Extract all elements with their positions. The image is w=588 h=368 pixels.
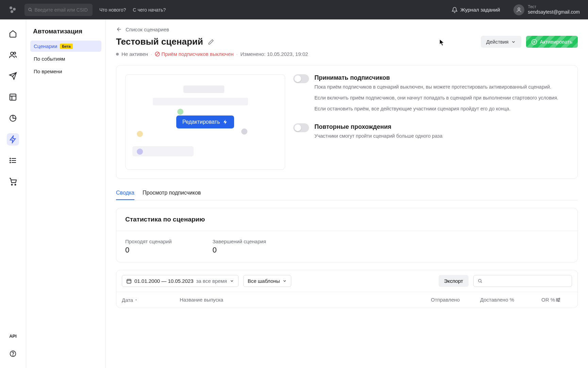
user-label: Тест	[528, 4, 580, 9]
no-entry-icon	[155, 51, 160, 57]
breadcrumb-back[interactable]: Список сценариев	[116, 26, 578, 32]
col-delivered[interactable]: Доставлено %	[460, 297, 514, 303]
toggle-settings: Принимать подписчиков Пока приём подписч…	[293, 74, 569, 170]
sidebar-item-label: По времени	[34, 68, 62, 74]
status-bar: Не активен · Приём подписчиков выключен …	[116, 51, 578, 57]
sidebar-title: Автоматизация	[30, 28, 101, 41]
logo[interactable]	[8, 5, 18, 15]
main-content: Список сценариев Тестовый сценарий Дейст…	[106, 19, 588, 368]
svg-point-7	[14, 52, 16, 54]
nav-api[interactable]: API	[9, 334, 17, 339]
svg-point-15	[10, 160, 11, 161]
cart-icon	[9, 178, 17, 186]
content-tabs: Сводка Просмотр подписчиков	[116, 186, 578, 200]
templates-dropdown[interactable]: Все шаблоны	[243, 275, 292, 287]
whats-new-link[interactable]: Что нового?	[99, 7, 126, 13]
svg-point-1	[13, 8, 16, 11]
nav-reports[interactable]	[7, 112, 19, 124]
table-header-row: Дата Название выпуска Отправлено Доставл…	[116, 292, 577, 308]
sidebar-item-label: По событиям	[34, 56, 65, 62]
svg-point-6	[11, 52, 13, 55]
svg-point-14	[10, 158, 11, 159]
search-icon	[478, 278, 483, 283]
col-sent[interactable]: Отправлено	[415, 297, 460, 303]
nav-subscribers[interactable]	[7, 49, 19, 61]
user-icon	[516, 7, 522, 13]
nav-content[interactable]	[7, 91, 19, 103]
stat-in-progress: Проходят сценарий 0	[125, 239, 172, 255]
nav-help[interactable]	[7, 348, 19, 360]
global-search[interactable]	[24, 4, 93, 16]
svg-point-17	[12, 184, 13, 185]
stat-value: 0	[125, 246, 172, 255]
nav-home[interactable]	[7, 28, 19, 40]
nav-forms[interactable]	[7, 154, 19, 167]
help-icon	[10, 350, 16, 357]
nav-ecommerce[interactable]	[7, 175, 19, 188]
stat-completed: Завершений сценария 0	[213, 239, 266, 255]
actions-dropdown[interactable]: Действия	[481, 36, 522, 48]
svg-point-20	[13, 355, 13, 355]
edit-button-label: Редактировать	[182, 119, 220, 125]
export-button[interactable]: Экспорт	[439, 275, 469, 287]
chevron-down-icon	[230, 279, 234, 283]
col-or[interactable]: OR %	[514, 297, 555, 303]
global-search-input[interactable]	[34, 7, 89, 13]
bell-icon	[452, 7, 458, 13]
stat-label: Проходят сценарий	[125, 239, 172, 244]
bolt-icon	[223, 119, 228, 125]
getting-started-link[interactable]: С чего начать?	[133, 7, 166, 13]
play-circle-icon	[532, 39, 537, 45]
svg-rect-8	[10, 94, 16, 100]
calendar-icon	[126, 278, 132, 284]
task-journal-button[interactable]: Журнал заданий	[452, 7, 500, 13]
user-email: sendsaytest@gmail.com	[528, 9, 580, 15]
svg-point-18	[15, 184, 16, 185]
user-menu[interactable]: Тест sendsaytest@gmail.com	[513, 4, 580, 15]
search-icon	[28, 7, 32, 12]
svg-line-29	[481, 282, 482, 283]
automation-sidebar: Автоматизация Сценарии Бета По событиям …	[26, 19, 106, 368]
list-icon	[9, 156, 17, 165]
table-search-input[interactable]	[485, 278, 568, 284]
svg-line-23	[156, 52, 159, 56]
tab-subscribers[interactable]: Просмотр подписчиков	[143, 186, 201, 200]
accept-subscribers-toggle[interactable]	[293, 74, 309, 83]
date-preset-text: за все время	[196, 278, 227, 284]
send-icon	[9, 72, 17, 80]
scenario-preview: Редактировать	[125, 74, 285, 170]
sidebar-item-scenarios[interactable]: Сценарии Бета	[30, 41, 101, 52]
date-range-picker[interactable]: 01.01.2000 — 10.05.2023 за все время	[122, 275, 239, 287]
issues-table-panel: 01.01.2000 — 10.05.2023 за все время Все…	[116, 270, 578, 308]
edit-title-button[interactable]	[208, 39, 214, 45]
col-date[interactable]: Дата	[122, 297, 180, 303]
activate-button[interactable]: Активировать	[526, 36, 578, 48]
col-settings[interactable]	[555, 297, 572, 303]
sidebar-item-time[interactable]: По времени	[30, 66, 101, 77]
svg-point-35	[558, 301, 559, 302]
svg-rect-24	[127, 279, 131, 283]
svg-point-5	[518, 8, 520, 10]
sidebar-item-events[interactable]: По событиям	[30, 53, 101, 64]
col-name[interactable]: Название выпуска	[180, 297, 415, 303]
nav-campaigns[interactable]	[7, 70, 19, 82]
stats-panel: Статистика по сценарию Проходят сценарий…	[116, 208, 578, 262]
edit-scenario-button[interactable]: Редактировать	[176, 116, 234, 128]
svg-point-2	[11, 10, 13, 13]
logo-icon	[8, 5, 18, 15]
svg-point-34	[557, 300, 558, 301]
beta-badge: Бета	[60, 44, 72, 49]
repeat-passes-toggle[interactable]	[293, 123, 309, 132]
stat-label: Завершений сценария	[213, 239, 266, 244]
toggle-description: Участники смогут пройти сценарий больше …	[314, 133, 442, 140]
activate-label: Активировать	[540, 39, 572, 45]
chevron-down-icon	[511, 40, 516, 44]
tab-summary[interactable]: Сводка	[116, 186, 134, 200]
nav-automation[interactable]	[7, 133, 19, 145]
sort-desc-icon	[134, 298, 138, 302]
svg-point-16	[10, 162, 11, 163]
svg-point-28	[478, 279, 481, 282]
table-search[interactable]	[473, 275, 572, 287]
svg-point-3	[29, 8, 31, 11]
bolt-icon	[9, 135, 17, 143]
